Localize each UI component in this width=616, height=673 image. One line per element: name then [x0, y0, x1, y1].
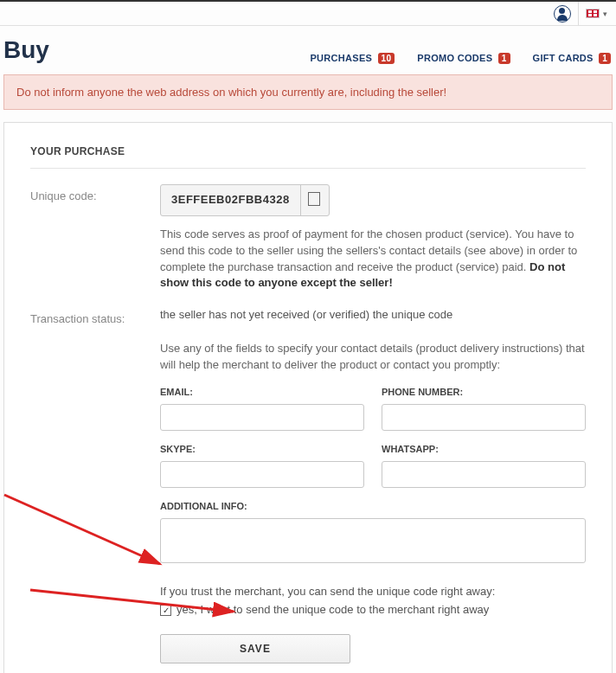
phone-label: PHONE NUMBER:: [382, 386, 586, 400]
topbar: ▾: [0, 0, 616, 26]
row-contact: Use any of the fields to specify your co…: [30, 341, 586, 663]
tab-gift-cards[interactable]: GIFT CARDS 1: [533, 53, 611, 64]
trust-checkbox-row[interactable]: ✓ yes, I want to send the unique code to…: [160, 602, 586, 619]
header: Buy PURCHASES 10 PROMO CODES 1 GIFT CARD…: [0, 26, 616, 74]
unique-code-content: 3EFFEEB02FBB4328 This code serves as pro…: [160, 184, 586, 292]
save-button[interactable]: SAVE: [160, 634, 350, 663]
section-title: YOUR PURCHASE: [30, 145, 586, 169]
chevron-down-icon: ▾: [603, 10, 607, 18]
field-email: EMAIL:: [160, 386, 364, 431]
skype-label: SKYPE:: [160, 443, 364, 457]
flag-uk-icon: [586, 9, 600, 18]
tabs: PURCHASES 10 PROMO CODES 1 GIFT CARDS 1: [310, 53, 611, 64]
additional-label: ADDITIONAL INFO:: [160, 500, 586, 514]
warning-banner: Do not inform anyone the web address on …: [3, 74, 613, 110]
whatsapp-input[interactable]: [382, 461, 586, 488]
contact-hint: Use any of the fields to specify your co…: [160, 341, 586, 374]
phone-input[interactable]: [382, 404, 586, 431]
field-additional: ADDITIONAL INFO:: [160, 500, 586, 568]
trust-checkbox-label: yes, I want to send the unique code to t…: [176, 602, 489, 619]
row-status: Transaction status: the seller has not y…: [30, 307, 586, 325]
skype-input[interactable]: [160, 461, 364, 488]
tab-promo-codes[interactable]: PROMO CODES 1: [417, 53, 510, 64]
spacer: [30, 341, 160, 663]
email-input[interactable]: [160, 404, 364, 431]
page-title: Buy: [3, 36, 49, 64]
row-unique-code: Unique code: 3EFFEEB02FBB4328 This code …: [30, 184, 586, 292]
field-whatsapp: WHATSAPP:: [382, 443, 586, 488]
tab-purchases[interactable]: PURCHASES 10: [310, 53, 395, 64]
copy-button[interactable]: [300, 185, 329, 215]
field-phone: PHONE NUMBER:: [382, 386, 586, 431]
unique-code-label: Unique code:: [30, 184, 160, 292]
code-description: This code serves as proof of payment for…: [160, 227, 586, 292]
status-value: the seller has not yet received (or veri…: [160, 307, 586, 325]
tab-label: GIFT CARDS: [533, 53, 594, 63]
badge: 10: [378, 53, 395, 64]
code-box: 3EFFEEB02FBB4328: [160, 184, 330, 216]
tab-label: PURCHASES: [310, 53, 372, 63]
purchase-panel: YOUR PURCHASE Unique code: 3EFFEEB02FBB4…: [3, 122, 613, 673]
tab-label: PROMO CODES: [417, 53, 492, 63]
email-label: EMAIL:: [160, 386, 364, 400]
code-value: 3EFFEEB02FBB4328: [161, 185, 300, 215]
status-label: Transaction status:: [30, 307, 160, 325]
whatsapp-label: WHATSAPP:: [382, 443, 586, 457]
fields-grid: EMAIL: PHONE NUMBER: SKYPE: WHATSAPP:: [160, 386, 586, 488]
copy-icon: [310, 194, 320, 206]
trust-block: If you trust the merchant, you can send …: [160, 584, 586, 619]
trust-text: If you trust the merchant, you can send …: [160, 584, 586, 600]
profile-icon[interactable]: [554, 5, 571, 22]
additional-textarea[interactable]: [160, 518, 586, 563]
code-desc-text: This code serves as proof of payment for…: [160, 228, 577, 273]
checkbox-icon[interactable]: ✓: [160, 605, 171, 616]
badge: 1: [498, 53, 510, 64]
badge: 1: [599, 53, 611, 64]
contact-form: Use any of the fields to specify your co…: [160, 341, 586, 663]
language-select[interactable]: ▾: [578, 2, 607, 25]
field-skype: SKYPE:: [160, 443, 364, 488]
